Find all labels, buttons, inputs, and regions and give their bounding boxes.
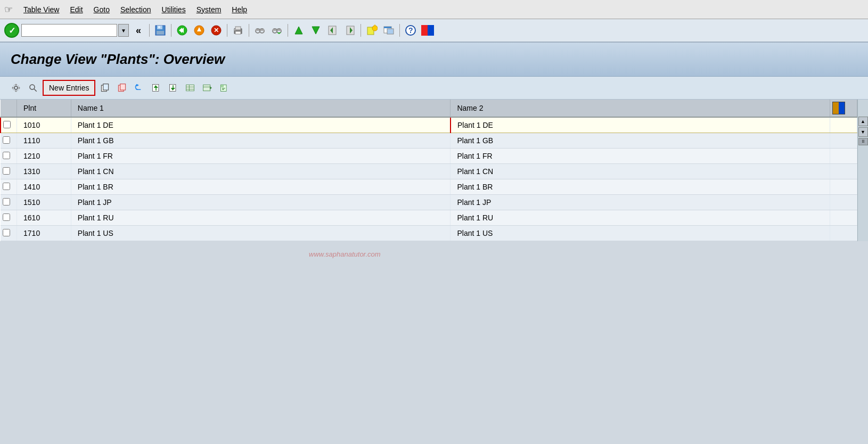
name2-cell: Plant 1 RU — [451, 210, 830, 226]
select-all-header — [1, 100, 17, 117]
command-input[interactable] — [21, 24, 117, 37]
confirm-button[interactable]: ✓ — [4, 23, 19, 38]
svg-text:?: ? — [408, 26, 413, 35]
row-checkbox-cell — [1, 210, 17, 226]
copy-button[interactable] — [97, 80, 112, 95]
row-checkbox-cell — [1, 179, 17, 195]
menu-system[interactable]: System — [196, 5, 222, 14]
plnt-cell: 1310 — [17, 164, 71, 179]
svg-marker-53 — [137, 84, 140, 87]
name1-cell: Plant 1 JP — [71, 195, 451, 210]
name1-cell: Plant 1 US — [71, 226, 451, 241]
plnt-header: Plnt — [17, 100, 71, 117]
svg-point-45 — [12, 87, 14, 89]
svg-rect-13 — [235, 31, 241, 34]
undo-icon — [134, 82, 144, 94]
extra-cell — [830, 133, 857, 149]
svg-rect-58 — [186, 85, 194, 91]
row-checkbox[interactable] — [3, 167, 10, 175]
svg-text:✕: ✕ — [214, 27, 219, 34]
toolbar: ✓ ▼ « ✕ — [0, 19, 868, 43]
export-icon — [219, 82, 229, 94]
new-entries-label: New Entries — [49, 84, 89, 92]
settings-button[interactable] — [9, 80, 23, 95]
copy-options-button[interactable] — [114, 80, 129, 95]
save-icon — [154, 24, 166, 36]
name1-header: Name 1 — [71, 100, 451, 117]
row-checkbox[interactable] — [3, 136, 10, 144]
back-nav-button[interactable] — [175, 23, 190, 38]
list-icon — [185, 82, 195, 94]
svg-rect-62 — [203, 85, 210, 91]
details-button[interactable] — [200, 80, 215, 95]
new-entries-button[interactable]: New Entries — [43, 80, 95, 96]
cancel-button[interactable]: ✕ — [209, 23, 224, 38]
name2-cell: Plant 1 CN — [451, 164, 830, 179]
svg-marker-66 — [221, 85, 224, 87]
move-up-button[interactable] — [149, 80, 163, 95]
print-button[interactable] — [231, 23, 245, 38]
svg-rect-52 — [120, 84, 126, 90]
menu-table-view[interactable]: Table View — [23, 5, 59, 14]
app-icon[interactable]: ☞ — [4, 4, 13, 15]
svg-point-47 — [30, 85, 35, 89]
window-button[interactable] — [381, 23, 396, 38]
extra-cell — [830, 195, 857, 210]
column-layout-icon[interactable] — [832, 102, 845, 114]
row-checkbox[interactable] — [3, 213, 10, 221]
undo-button[interactable] — [132, 80, 146, 95]
sep3 — [227, 24, 227, 37]
row-checkbox[interactable] — [3, 121, 11, 128]
svg-rect-50 — [103, 84, 109, 90]
name1-cell: Plant 1 BR — [71, 179, 451, 195]
save-button[interactable] — [153, 23, 168, 38]
display-icon — [421, 25, 434, 36]
row-checkbox[interactable] — [3, 229, 10, 236]
table-row: 1110 Plant 1 GB Plant 1 GB — [1, 133, 857, 149]
menu-help[interactable]: Help — [232, 5, 247, 14]
help-button[interactable]: ? — [403, 23, 418, 38]
display-button[interactable] — [420, 23, 435, 38]
svg-rect-40 — [428, 25, 434, 36]
menu-edit[interactable]: Edit — [70, 5, 83, 14]
command-dropdown[interactable]: ▼ — [118, 24, 129, 37]
navigate-up-button[interactable] — [192, 23, 207, 38]
scroll-down-button[interactable] — [308, 23, 323, 38]
name1-cell: Plant 1 FR — [71, 149, 451, 164]
scroll-grip[interactable]: ⠿ — [858, 138, 868, 145]
svg-rect-18 — [259, 29, 260, 31]
list-button[interactable] — [183, 80, 198, 95]
row-checkbox[interactable] — [3, 152, 10, 159]
page-right-button[interactable] — [342, 23, 357, 38]
extra-cell — [830, 149, 857, 164]
filter-button[interactable] — [26, 80, 40, 95]
print-icon — [232, 24, 244, 36]
sep6 — [361, 24, 361, 37]
menu-utilities[interactable]: Utilities — [162, 5, 186, 14]
scroll-up-arrow[interactable]: ▲ — [858, 117, 868, 126]
find-next-button[interactable] — [269, 23, 284, 38]
plnt-cell: 1510 — [17, 195, 71, 210]
menu-selection[interactable]: Selection — [120, 5, 151, 14]
menu-goto[interactable]: Goto — [94, 5, 110, 14]
plnt-cell: 1410 — [17, 179, 71, 195]
move-down-button[interactable] — [166, 80, 181, 95]
back-button[interactable]: « — [131, 23, 146, 38]
new-button[interactable] — [364, 23, 379, 38]
scroll-up-button[interactable] — [291, 23, 306, 38]
sep2 — [171, 24, 171, 37]
menu-bar: ☞ Table View Edit Goto Selection Utiliti… — [0, 0, 868, 19]
extra-cell — [830, 164, 857, 179]
find-button[interactable] — [252, 23, 267, 38]
row-checkbox-cell — [1, 117, 17, 133]
filter-icon — [28, 81, 38, 94]
svg-rect-12 — [235, 27, 241, 30]
row-checkbox[interactable] — [3, 198, 10, 205]
page-left-button[interactable] — [325, 23, 340, 38]
new-icon — [366, 24, 378, 36]
scroll-down-arrow[interactable]: ▼ — [858, 127, 868, 137]
export-button[interactable] — [217, 80, 232, 95]
row-checkbox[interactable] — [3, 183, 10, 190]
content-area: Change View "Plants": Overview New Entri… — [0, 43, 868, 241]
watermark: www.saphanatutor.com — [309, 250, 381, 258]
